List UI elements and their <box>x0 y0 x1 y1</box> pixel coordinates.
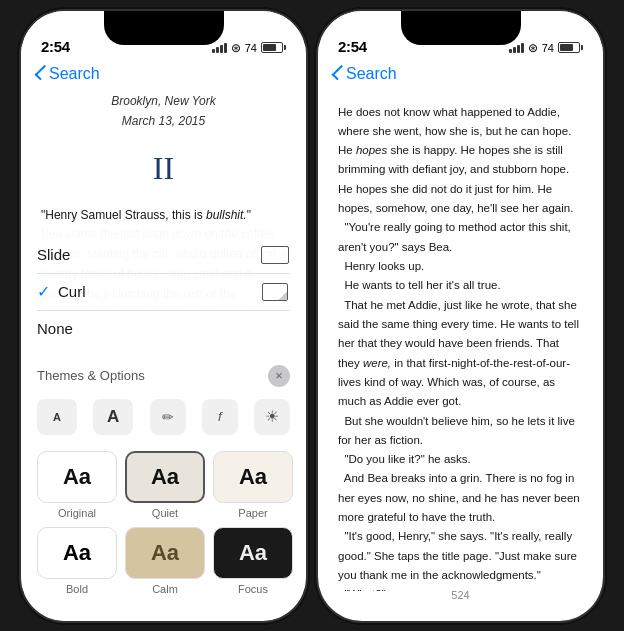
close-icon: × <box>275 368 283 383</box>
battery-label: 74 <box>245 42 257 54</box>
slide-option-label-none: None <box>37 320 73 337</box>
status-bar-right: 2:54 ⊛ 74 <box>318 11 603 61</box>
back-button-right[interactable]: Search <box>334 65 587 83</box>
status-icons-right: ⊛ 74 <box>509 41 583 55</box>
font-decrease-button[interactable]: A <box>37 399 77 435</box>
curl-icon <box>260 282 290 302</box>
battery-icon <box>261 42 286 53</box>
back-label-left: Search <box>49 65 100 83</box>
theme-preview-calm: Aa <box>125 527 205 579</box>
theme-name-calm: Calm <box>152 583 178 595</box>
book-location: Brooklyn, New York March 13, 2015 <box>41 91 286 132</box>
checkmark-icon: ✓ <box>37 282 50 301</box>
slide-icon <box>260 245 290 265</box>
brightness-icon: ☀ <box>265 407 279 426</box>
back-label-right: Search <box>346 65 397 83</box>
left-phone: 2:54 ⊛ 74 Search <box>21 11 306 621</box>
signal-icon-right <box>509 43 524 53</box>
notch-left <box>104 11 224 45</box>
book-content-right: He does not know what happened to Addie,… <box>318 91 603 591</box>
none-icon <box>260 319 290 339</box>
font-style-button[interactable]: ✏ <box>150 399 186 435</box>
status-bar-left: 2:54 ⊛ 74 <box>21 11 306 61</box>
signal-icon <box>212 43 227 53</box>
font-controls: A A ✏ f ☀ <box>21 393 306 445</box>
status-icons-left: ⊛ 74 <box>212 41 286 55</box>
nav-bar-right: Search <box>318 61 603 91</box>
theme-card-calm[interactable]: Aa Calm <box>125 527 205 595</box>
theme-card-paper[interactable]: Aa Paper <box>213 451 293 519</box>
slide-options: Slide ✓ Curl None <box>21 225 306 355</box>
theme-preview-quiet: Aa <box>125 451 205 503</box>
chapter-number: II <box>41 141 286 195</box>
brightness-button[interactable]: ☀ <box>254 399 290 435</box>
slide-option-label-curl: Curl <box>58 283 260 300</box>
theme-card-original[interactable]: Aa Original <box>37 451 117 519</box>
wifi-icon: ⊛ <box>231 41 241 55</box>
theme-name-focus: Focus <box>238 583 268 595</box>
theme-name-bold: Bold <box>66 583 88 595</box>
theme-card-bold[interactable]: Aa Bold <box>37 527 117 595</box>
slide-option-label-slide: Slide <box>37 246 70 263</box>
theme-card-focus[interactable]: Aa Focus <box>213 527 293 595</box>
slide-option-none[interactable]: None <box>37 311 290 347</box>
theme-preview-bold: Aa <box>37 527 117 579</box>
chevron-left-icon <box>35 64 51 80</box>
theme-cards: Aa Original Aa Quiet Aa Paper <box>21 445 306 601</box>
theme-name-paper: Paper <box>238 507 267 519</box>
battery-label-right: 74 <box>542 42 554 54</box>
font-style-icon: ✏ <box>162 409 174 425</box>
theme-preview-paper: Aa <box>213 451 293 503</box>
themes-label: Themes & Options <box>37 368 145 383</box>
time-right: 2:54 <box>338 38 367 55</box>
slide-option-slide[interactable]: Slide <box>37 237 290 274</box>
close-button[interactable]: × <box>268 365 290 387</box>
overlay-panel: Slide ✓ Curl None <box>21 225 306 621</box>
back-button-left[interactable]: Search <box>37 65 290 83</box>
theme-name-original: Original <box>58 507 96 519</box>
page-number: 524 <box>318 589 603 601</box>
notch-right <box>401 11 521 45</box>
themes-header: Themes & Options × <box>21 355 306 393</box>
font-serif-button[interactable]: f <box>202 399 238 435</box>
font-increase-button[interactable]: A <box>93 399 133 435</box>
right-phone: 2:54 ⊛ 74 Search <box>318 11 603 621</box>
theme-preview-original: Aa <box>37 451 117 503</box>
chevron-left-icon-right <box>332 64 348 80</box>
wifi-icon-right: ⊛ <box>528 41 538 55</box>
time-left: 2:54 <box>41 38 70 55</box>
theme-card-quiet[interactable]: Aa Quiet <box>125 451 205 519</box>
battery-icon-right <box>558 42 583 53</box>
phones-container: 2:54 ⊛ 74 Search <box>21 11 603 621</box>
theme-name-quiet: Quiet <box>152 507 178 519</box>
theme-preview-focus: Aa <box>213 527 293 579</box>
font-serif-icon: f <box>218 409 222 424</box>
nav-bar-left: Search <box>21 61 306 91</box>
slide-option-curl[interactable]: ✓ Curl <box>37 274 290 311</box>
